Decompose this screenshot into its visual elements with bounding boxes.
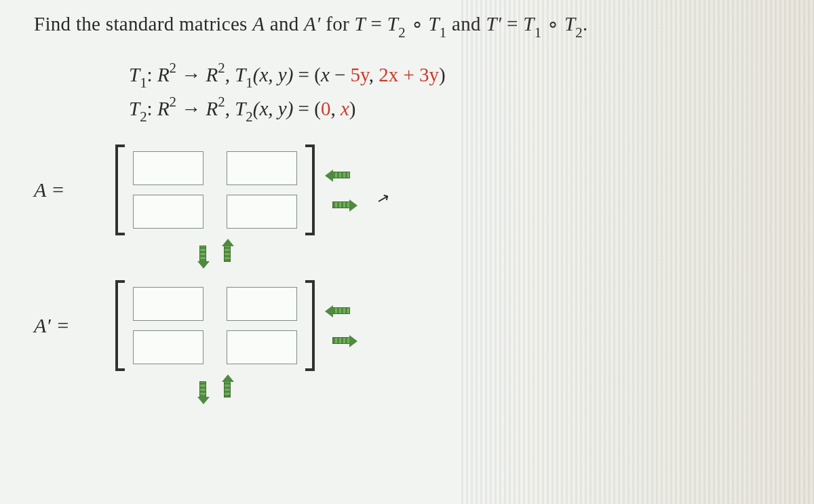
arrow: → <box>176 63 206 85</box>
remove-column-button[interactable] <box>330 166 353 184</box>
coef: 2x <box>379 63 398 85</box>
sub-2: 2 <box>398 24 406 41</box>
var-A-prime: A′ <box>304 13 321 35</box>
sup: 2 <box>170 94 176 110</box>
matrix-A-row-controls <box>194 242 780 265</box>
close-paren: ) <box>349 97 356 119</box>
text: = <box>502 13 524 35</box>
arrow-right-icon <box>332 337 350 344</box>
R: R <box>157 97 170 119</box>
var-A: A <box>252 13 265 35</box>
matrix-A-cell-0-1[interactable] <box>227 151 297 185</box>
remove-row-button[interactable] <box>194 242 212 265</box>
sup: 2 <box>218 94 225 110</box>
bracket-left-icon <box>115 280 125 371</box>
term-red: 2x <box>379 63 398 85</box>
R: R <box>206 97 218 119</box>
text: = <box>366 13 387 35</box>
var-T1: T <box>428 13 439 35</box>
args: (x, y) <box>253 63 294 85</box>
period: . <box>583 13 588 35</box>
var-T2b: T <box>564 13 575 35</box>
sup: 2 <box>218 60 225 76</box>
bracket-right-icon <box>305 144 315 235</box>
matrix-A-cell-1-0[interactable] <box>133 195 204 229</box>
sup: 2 <box>170 60 176 76</box>
add-row-button[interactable] <box>218 378 236 401</box>
T-symbol: T <box>235 63 246 85</box>
arrow-left-icon <box>332 172 350 178</box>
coef: 3y <box>419 63 439 85</box>
sub: 2 <box>140 109 147 125</box>
arrow-right-icon <box>332 201 350 208</box>
T-symbol: T <box>129 97 140 119</box>
comma: , <box>225 97 235 119</box>
term-red: 5y <box>351 63 369 85</box>
arrow-down-icon <box>199 246 206 262</box>
T-symbol: T <box>129 63 140 85</box>
arrow-up-icon <box>224 246 231 262</box>
matrix-A-row: A = <box>34 144 780 235</box>
text: Find the standard matrices <box>34 13 252 35</box>
open-paren: ( <box>314 63 321 85</box>
matrix-A-cell-1-1[interactable] <box>227 195 297 229</box>
remove-row-button[interactable] <box>194 378 212 401</box>
matrix-Aprime-cell-0-1[interactable] <box>227 287 297 321</box>
var-T2: T <box>387 13 398 35</box>
matrix-A-cell-0-0[interactable] <box>133 151 204 185</box>
matrix-A-label: A = <box>34 178 115 201</box>
sub: 1 <box>246 75 252 91</box>
add-row-button[interactable] <box>218 242 236 265</box>
var-T-prime: T′ <box>486 13 501 35</box>
arrow-up-icon <box>224 381 231 398</box>
matrix-Aprime-cells <box>125 280 305 371</box>
def-T1: T1: R2 → R2, T1(x, y) = (x − 5y, 2x + 3y… <box>129 58 780 92</box>
text: and <box>265 13 304 35</box>
matrix-Aprime-column-controls <box>330 302 353 349</box>
R: R <box>206 63 218 85</box>
matrix-A-cells <box>125 144 305 235</box>
compose-symbol: ∘ <box>406 13 428 35</box>
transformation-definitions: T1: R2 → R2, T1(x, y) = (x − 5y, 2x + 3y… <box>129 58 780 126</box>
R: R <box>157 63 170 85</box>
var-T1b: T <box>523 13 534 35</box>
sub: 1 <box>140 75 147 91</box>
term-red: x <box>341 97 349 119</box>
sub-1b: 1 <box>535 24 542 41</box>
sub: 2 <box>246 109 252 125</box>
arrow-left-icon <box>332 307 350 314</box>
colon: : <box>147 97 157 119</box>
open-paren: ( <box>314 97 321 119</box>
sub-1: 1 <box>440 24 447 41</box>
bracket-left-icon <box>115 144 125 235</box>
comma: , <box>369 63 379 85</box>
var-T: T <box>355 13 366 35</box>
add-column-button[interactable] <box>330 196 353 214</box>
colon: : <box>147 63 157 85</box>
matrix-Aprime-label: A′ = <box>34 314 115 337</box>
arrow: → <box>176 97 206 119</box>
matrix-Aprime-row-controls <box>194 378 780 401</box>
matrix-Aprime-cell-0-0[interactable] <box>133 287 204 321</box>
problem-statement: Find the standard matrices A and A′ for … <box>34 12 780 39</box>
comma: , <box>225 63 235 85</box>
matrix-Aprime-row: A′ = <box>34 280 780 371</box>
matrix-Aprime-cell-1-0[interactable] <box>133 330 204 364</box>
T-symbol: T <box>235 97 246 119</box>
term: x <box>321 63 330 85</box>
def-T2: T2: R2 → R2, T2(x, y) = (0, x) <box>129 92 780 126</box>
text: for <box>321 13 355 35</box>
text: and <box>447 13 486 35</box>
eq: = <box>293 97 314 119</box>
plus: + <box>398 63 419 85</box>
args: (x, y) <box>253 97 294 119</box>
matrix-Aprime <box>115 280 315 371</box>
add-column-button[interactable] <box>330 332 353 349</box>
matrix-Aprime-cell-1-1[interactable] <box>227 330 297 364</box>
minus: − <box>330 63 351 85</box>
sub-2b: 2 <box>575 24 583 41</box>
remove-column-button[interactable] <box>330 302 353 319</box>
bracket-right-icon <box>305 280 315 371</box>
matrix-A-column-controls <box>330 166 353 214</box>
matrix-A <box>115 144 315 235</box>
